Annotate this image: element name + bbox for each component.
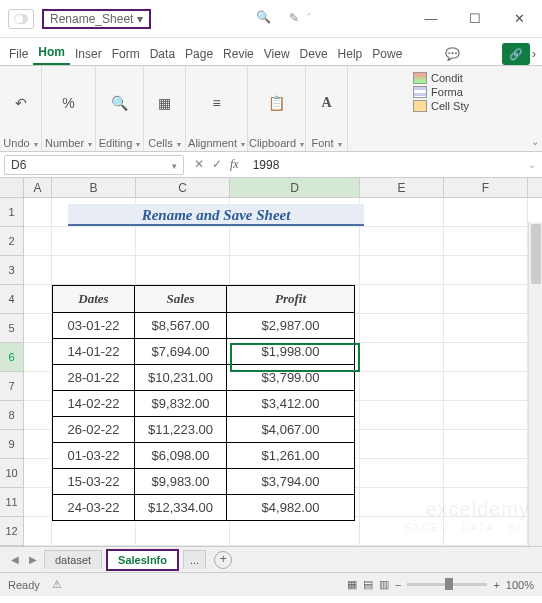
col-header-f[interactable]: F	[444, 178, 528, 197]
tab-view[interactable]: View	[259, 43, 295, 65]
table-row: 14-01-22$7,694.00$1,998.00	[53, 339, 355, 365]
vertical-scrollbar[interactable]	[528, 222, 542, 572]
row-header-8[interactable]: 8	[0, 401, 24, 430]
tab-insert[interactable]: Inser	[70, 43, 107, 65]
group-cells: Cells	[148, 137, 180, 149]
zoom-in-button[interactable]: +	[493, 579, 499, 591]
zoom-out-button[interactable]: −	[395, 579, 401, 591]
view-break-icon[interactable]: ▥	[379, 578, 389, 591]
row-header-10[interactable]: 10	[0, 459, 24, 488]
group-alignment: Alignment	[188, 137, 245, 149]
row-header-12[interactable]: 12	[0, 517, 24, 546]
group-clipboard: Clipboard	[249, 137, 304, 149]
sheet-title-merged-cell[interactable]: Rename and Save Sheet	[68, 204, 364, 226]
tab-help[interactable]: Help	[333, 43, 368, 65]
accept-formula-icon[interactable]: ✓	[212, 157, 222, 172]
view-normal-icon[interactable]: ▦	[347, 578, 357, 591]
row-header-2[interactable]: 2	[0, 227, 24, 256]
search-icon[interactable]: 🔍	[256, 10, 271, 27]
share-button[interactable]: 🔗	[502, 43, 530, 65]
ribbon-expand-icon[interactable]: ›	[530, 43, 538, 65]
status-bar: Ready ⚠ ▦ ▤ ▥ − + 100%	[0, 572, 542, 596]
header-sales[interactable]: Sales	[135, 286, 227, 313]
group-undo: Undo	[3, 137, 37, 149]
table-row: 14-02-22$9,832.00$3,412.00	[53, 391, 355, 417]
window-controls: — ☐ ✕	[416, 11, 534, 26]
fx-icon[interactable]: fx	[230, 157, 239, 172]
sheet-nav-next-icon[interactable]: ▶	[26, 554, 40, 565]
zoom-level[interactable]: 100%	[506, 579, 534, 591]
status-ready: Ready	[8, 579, 40, 591]
watermark: exceldemy	[425, 498, 530, 521]
col-header-d[interactable]: D	[230, 178, 360, 197]
tab-developer[interactable]: Deve	[295, 43, 333, 65]
col-header-c[interactable]: C	[136, 178, 230, 197]
svg-point-1	[15, 15, 23, 23]
comments-button[interactable]: 💬	[440, 43, 465, 65]
zoom-slider[interactable]	[407, 583, 487, 586]
ribbon: ↶ Undo % Number 🔍 Editing ▦ Cells ≡ Alig…	[0, 66, 542, 152]
cancel-formula-icon[interactable]: ✕	[194, 157, 204, 172]
row-header-6[interactable]: 6	[0, 343, 24, 372]
tab-home[interactable]: Hom	[33, 41, 70, 65]
titlebar: Rename_Sheet ▾ 🔍 ✎゛ — ☐ ✕	[0, 0, 542, 38]
accessibility-icon[interactable]: ⚠	[52, 578, 62, 591]
sheet-tab-more[interactable]: ...	[183, 550, 206, 569]
worksheet-grid[interactable]: 1 2 3 4 5 6 7 8 9 10 11 12 Rename and Sa…	[0, 198, 542, 546]
document-title[interactable]: Rename_Sheet ▾	[42, 9, 151, 29]
tab-file[interactable]: File	[4, 43, 33, 65]
undo-icon[interactable]: ↶	[10, 92, 32, 114]
close-button[interactable]: ✕	[504, 11, 534, 26]
select-all-corner[interactable]	[0, 178, 24, 197]
tab-review[interactable]: Revie	[218, 43, 259, 65]
row-header-7[interactable]: 7	[0, 372, 24, 401]
row-header-11[interactable]: 11	[0, 488, 24, 517]
find-icon[interactable]: 🔍	[109, 92, 131, 114]
sheet-tab-dataset[interactable]: dataset	[44, 550, 102, 569]
minimize-button[interactable]: —	[416, 11, 446, 26]
group-number: Number	[45, 137, 92, 149]
formula-input[interactable]: 1998	[245, 158, 522, 172]
format-as-table-button[interactable]: Forma	[413, 86, 469, 98]
conditional-formatting-button[interactable]: Condit	[413, 72, 469, 84]
table-row: 01-03-22$6,098.00$1,261.00	[53, 443, 355, 469]
row-header-4[interactable]: 4	[0, 285, 24, 314]
col-header-a[interactable]: A	[24, 178, 52, 197]
tab-power[interactable]: Powe	[367, 43, 407, 65]
table-row: 28-01-22$10,231.00$3,799.00	[53, 365, 355, 391]
tab-data[interactable]: Data	[145, 43, 180, 65]
row-header-3[interactable]: 3	[0, 256, 24, 285]
view-page-icon[interactable]: ▤	[363, 578, 373, 591]
row-header-5[interactable]: 5	[0, 314, 24, 343]
font-icon[interactable]: A	[316, 92, 338, 114]
name-box[interactable]: D6	[4, 155, 184, 175]
col-header-e[interactable]: E	[360, 178, 444, 197]
maximize-button[interactable]: ☐	[460, 11, 490, 26]
table-row: 03-01-22$8,567.00$2,987.00	[53, 313, 355, 339]
watermark-sub: EXCEL · DATA · BI	[405, 522, 522, 533]
tab-formulas[interactable]: Form	[107, 43, 145, 65]
header-dates[interactable]: Dates	[53, 286, 135, 313]
header-profit[interactable]: Profit	[227, 286, 355, 313]
align-icon[interactable]: ≡	[206, 92, 228, 114]
sheet-tab-salesinfo[interactable]: SalesInfo	[106, 549, 179, 571]
formula-expand-icon[interactable]: ⌄	[522, 159, 542, 170]
tab-page[interactable]: Page	[180, 43, 218, 65]
row-header-1[interactable]: 1	[0, 198, 24, 227]
cells-icon[interactable]: ▦	[154, 92, 176, 114]
autosave-toggle[interactable]	[8, 9, 34, 29]
percent-icon[interactable]: %	[58, 92, 80, 114]
ribbon-collapse-icon[interactable]: ⌄	[528, 66, 542, 151]
new-sheet-button[interactable]: +	[214, 551, 232, 569]
data-table: Dates Sales Profit 03-01-22$8,567.00$2,9…	[52, 285, 355, 521]
formula-bar: D6 ✕ ✓ fx 1998 ⌄	[0, 152, 542, 178]
row-header-9[interactable]: 9	[0, 430, 24, 459]
sheet-nav-prev-icon[interactable]: ◀	[8, 554, 22, 565]
toggle-off-icon	[14, 14, 28, 24]
edit-icon[interactable]: ✎゛	[289, 10, 311, 27]
table-row: 15-03-22$9,983.00$3,794.00	[53, 469, 355, 495]
col-header-b[interactable]: B	[52, 178, 136, 197]
table-row: 26-02-22$11,223.00$4,067.00	[53, 417, 355, 443]
paste-icon[interactable]: 📋	[266, 92, 288, 114]
cell-styles-button[interactable]: Cell Sty	[413, 100, 469, 112]
